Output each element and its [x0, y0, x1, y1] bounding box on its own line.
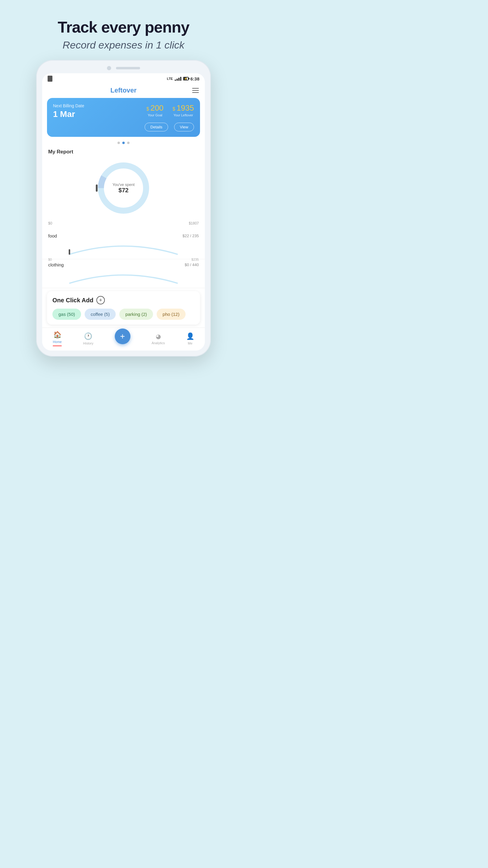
goal-dollar-sign: $ [147, 106, 150, 112]
status-right: LTE ⚡ 6:38 [167, 76, 199, 82]
home-icon: 🏠 [53, 331, 61, 339]
billing-goal: $ 200 Your Goal [147, 103, 164, 117]
hamburger-menu-icon[interactable] [192, 88, 199, 93]
donut-chart-wrap: You've spent $72 [93, 158, 154, 218]
chart-needle [96, 184, 98, 192]
one-click-header: One Click Add + [53, 296, 195, 304]
one-click-section: One Click Add + gas (50) coffee (5) park… [47, 291, 200, 324]
donut-chart-area: You've spent $72 [48, 158, 199, 218]
hero-section: Track every penny Record expenses in 1 c… [58, 0, 190, 60]
my-report-title: My Report [42, 149, 205, 155]
dot-1 [118, 142, 120, 144]
clothing-name: clothing [48, 262, 64, 267]
phone-top-bar [42, 66, 205, 70]
app-header: Leftover [42, 83, 205, 98]
clothing-arc-area [48, 270, 199, 285]
dot-3 [127, 142, 130, 144]
axis-left: $0 [48, 221, 52, 225]
add-icon[interactable]: + [96, 296, 105, 304]
phone-frame: LTE ⚡ 6:38 Leftover [36, 60, 211, 356]
me-icon: 👤 [186, 333, 194, 340]
menu-line-2 [192, 90, 199, 91]
signal-bar-1 [175, 80, 176, 81]
food-arc-axis: $0 $235 [48, 258, 199, 261]
analytics-label: Analytics [152, 341, 165, 345]
menu-line-1 [192, 88, 199, 89]
food-name: food [48, 233, 57, 239]
billing-goal-label: Your Goal [147, 113, 164, 117]
category-clothing-info: clothing $0 / 440 [48, 262, 199, 267]
gas-button[interactable]: gas (50) [53, 309, 81, 320]
signal-bar-3 [178, 78, 180, 81]
billing-date-value: 1 Mar [53, 110, 84, 119]
status-left [47, 76, 53, 82]
billing-header: Next Billing Date 1 Mar $ 200 Your Goal … [53, 103, 194, 119]
billing-card: Next Billing Date 1 Mar $ 200 Your Goal … [47, 98, 200, 137]
history-icon: 🕐 [84, 333, 92, 340]
food-arc-area: $0 $235 [48, 241, 199, 256]
one-click-title: One Click Add [53, 297, 93, 304]
billing-goal-value: $ 200 [147, 103, 164, 113]
phone-camera [107, 66, 111, 70]
quick-buttons: gas (50) coffee (5) parking (2) pho (12) [53, 309, 195, 320]
analytics-icon: ◕ [156, 333, 161, 340]
signal-bars [175, 76, 181, 81]
food-axis-left: $0 [48, 258, 52, 261]
billing-amounts: $ 200 Your Goal $ 1935 Your Leftover [147, 103, 194, 117]
food-arc-svg [48, 241, 199, 256]
phone-screen: LTE ⚡ 6:38 Leftover [42, 73, 205, 350]
details-button[interactable]: Details [144, 123, 168, 131]
nav-home[interactable]: 🏠 Home [53, 331, 62, 346]
home-underline [53, 345, 62, 346]
donut-center-text: You've spent $72 [112, 182, 135, 194]
spent-value: $72 [112, 187, 135, 194]
status-bar: LTE ⚡ 6:38 [42, 73, 205, 83]
battery-icon: ⚡ [183, 77, 189, 81]
category-food-info: food $22 / 235 [48, 233, 199, 239]
app-title: Leftover [110, 87, 137, 94]
signal-bar-2 [176, 79, 178, 81]
nav-me[interactable]: 👤 Me [186, 333, 194, 345]
clothing-arc-svg [48, 270, 199, 285]
svg-rect-2 [69, 249, 70, 255]
billing-date-section: Next Billing Date 1 Mar [53, 103, 84, 119]
phone-icon [47, 76, 53, 82]
hero-subtitle: Record expenses in 1 click [58, 39, 190, 51]
chart-axis-labels: $0 $1807 [42, 221, 205, 225]
axis-right: $1807 [189, 221, 199, 225]
pho-button[interactable]: pho (12) [157, 309, 186, 320]
bottom-nav: 🏠 Home 🕐 History + ◕ Analytics 👤 Me [42, 328, 205, 350]
signal-bar-4 [180, 77, 181, 81]
category-clothing: clothing $0 / 440 [42, 259, 205, 288]
parking-button[interactable]: parking (2) [119, 309, 153, 320]
view-button[interactable]: View [174, 123, 194, 131]
food-axis-right: $235 [192, 258, 199, 261]
billing-date-label: Next Billing Date [53, 103, 84, 108]
menu-line-3 [192, 92, 199, 93]
hero-title: Track every penny [58, 18, 190, 36]
history-label: History [83, 341, 93, 345]
billing-leftover-value: $ 1935 [173, 103, 194, 113]
home-label: Home [53, 340, 62, 344]
clothing-amount: $0 / 440 [185, 262, 199, 267]
dot-2 [122, 142, 125, 144]
nav-history[interactable]: 🕐 History [83, 333, 93, 345]
food-amount: $22 / 235 [183, 234, 199, 238]
coffee-button[interactable]: coffee (5) [85, 309, 116, 320]
carousel-dots [42, 142, 205, 144]
time-display: 6:38 [190, 76, 199, 82]
add-fab-button[interactable]: + [115, 329, 130, 344]
billing-leftover: $ 1935 Your Leftover [173, 103, 194, 117]
phone-speaker [116, 67, 140, 69]
bolt-icon: ⚡ [184, 77, 187, 80]
nav-analytics[interactable]: ◕ Analytics [152, 333, 165, 345]
category-food: food $22 / 235 $0 $235 [42, 230, 205, 259]
billing-actions: Details View [53, 123, 194, 131]
lte-label: LTE [167, 77, 173, 81]
spent-label: You've spent [112, 182, 135, 187]
me-label: Me [188, 341, 193, 345]
leftover-dollar-sign: $ [173, 106, 176, 112]
billing-leftover-label: Your Leftover [173, 113, 194, 117]
